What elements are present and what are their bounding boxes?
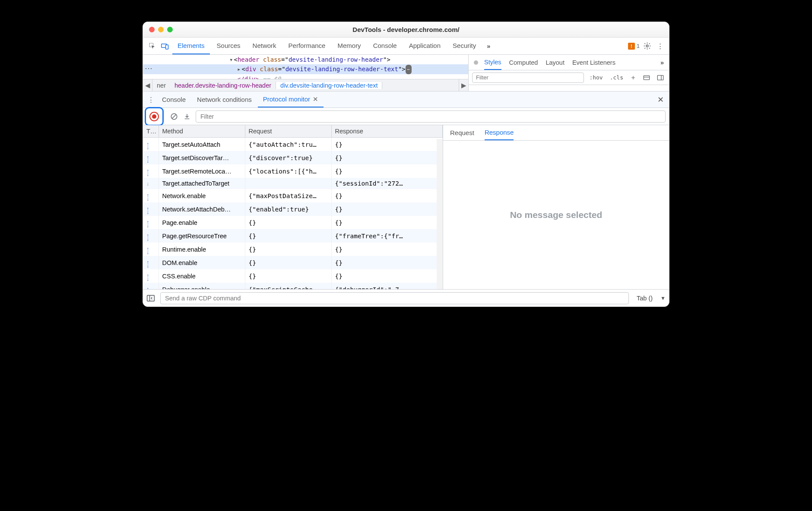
zoom-window-button[interactable] bbox=[167, 27, 173, 32]
row-type: ↑↓ bbox=[143, 269, 159, 283]
tab-application[interactable]: Application bbox=[404, 38, 446, 54]
save-button[interactable] bbox=[183, 112, 191, 121]
toggle-panel-icon[interactable] bbox=[146, 294, 156, 302]
drawer-tab-console[interactable]: Console bbox=[157, 91, 191, 107]
inspect-icon[interactable] bbox=[146, 41, 158, 52]
tab-performance[interactable]: Performance bbox=[283, 38, 331, 54]
svg-rect-5 bbox=[657, 75, 663, 80]
hov-toggle[interactable]: :hov bbox=[587, 73, 604, 82]
drawer-tab-network-conditions[interactable]: Network conditions bbox=[192, 91, 257, 107]
dom-node[interactable]: ▾<header class="devsite-landing-row-head… bbox=[143, 55, 468, 64]
protocol-table[interactable]: T… Method Request Response ↑↓Target.setA… bbox=[143, 125, 443, 289]
devtools-window: DevTools - developer.chrome.com/ Element… bbox=[143, 22, 669, 307]
close-tab-icon[interactable]: ✕ bbox=[313, 95, 318, 103]
scrollbar[interactable] bbox=[437, 139, 443, 289]
row-method: Network.enable bbox=[159, 189, 245, 202]
col-response[interactable]: Response bbox=[331, 125, 443, 138]
collapse-icon[interactable]: ▾ bbox=[229, 56, 233, 63]
record-button[interactable] bbox=[149, 112, 159, 121]
svg-rect-2 bbox=[166, 45, 168, 49]
device-toggle-icon[interactable] bbox=[159, 41, 171, 52]
table-row[interactable]: ↑↓CSS.enable{}{} bbox=[143, 269, 443, 283]
detail-empty-state: No message selected bbox=[443, 141, 669, 289]
tab-memory[interactable]: Memory bbox=[332, 38, 366, 54]
close-window-button[interactable] bbox=[149, 27, 155, 32]
breadcrumb-seg[interactable]: ner bbox=[152, 82, 170, 89]
row-request: {"discover":true} bbox=[245, 151, 331, 164]
new-style-rule-icon[interactable] bbox=[628, 74, 638, 82]
expand-icon[interactable]: ▸ bbox=[237, 66, 241, 73]
detail-tab-request[interactable]: Request bbox=[450, 125, 474, 140]
clear-button[interactable] bbox=[170, 112, 178, 121]
col-request[interactable]: Request bbox=[245, 125, 331, 138]
arrows-updown-icon: ↑↓ bbox=[146, 221, 149, 227]
computed-styles-icon[interactable] bbox=[641, 74, 652, 82]
table-row[interactable]: ↑↓Target.setDiscoverTar…{"discover":true… bbox=[143, 151, 443, 164]
cls-toggle[interactable]: .cls bbox=[608, 73, 625, 82]
table-row[interactable]: ↑↓Network.enable{"maxPostDataSize…{} bbox=[143, 189, 443, 202]
more-tabs-icon[interactable]: » bbox=[483, 41, 494, 52]
target-dropdown-icon[interactable]: ▼ bbox=[660, 295, 666, 301]
breadcrumb-seg-active[interactable]: div.devsite-landing-row-header-text bbox=[276, 82, 382, 89]
dom-node-selected[interactable]: ▸<div class="devsite-landing-row-header-… bbox=[143, 64, 468, 74]
row-response: {} bbox=[331, 256, 443, 269]
table-row[interactable]: ↑↓Network.setAttachDeb…{"enabled":true}{… bbox=[143, 202, 443, 216]
styles-filter-input[interactable] bbox=[472, 73, 584, 83]
tab-styles[interactable]: Styles bbox=[484, 55, 501, 70]
arrows-updown-icon: ↑↓ bbox=[146, 194, 149, 201]
command-bar: Tab () ▼ bbox=[143, 289, 669, 306]
ellipsis-icon[interactable]: ⋯ bbox=[406, 65, 412, 74]
tab-computed[interactable]: Computed bbox=[509, 59, 538, 66]
table-row[interactable]: ↑↓Debugger.enable{"maxScriptsCache…{"deb… bbox=[143, 283, 443, 289]
breadcrumb-seg[interactable]: header.devsite-landing-row-header bbox=[170, 82, 276, 89]
table-row[interactable]: ↑↓DOM.enable{}{} bbox=[143, 256, 443, 269]
row-response: {"frameTree":{"fr… bbox=[331, 229, 443, 243]
close-drawer-icon[interactable]: ✕ bbox=[657, 95, 664, 104]
row-type: ↑↓ bbox=[143, 189, 159, 202]
drawer-kebab-icon[interactable]: ⋮ bbox=[146, 96, 156, 104]
protocol-body: T… Method Request Response ↑↓Target.setA… bbox=[143, 125, 669, 289]
window-title: DevTools - developer.chrome.com/ bbox=[143, 26, 669, 33]
tab-event-listeners[interactable]: Event Listeners bbox=[572, 59, 615, 66]
row-request: {} bbox=[245, 216, 331, 229]
col-type[interactable]: T… bbox=[143, 125, 159, 138]
row-response: {} bbox=[331, 189, 443, 202]
col-method[interactable]: Method bbox=[159, 125, 245, 138]
more-tabs-icon[interactable]: » bbox=[660, 59, 664, 66]
detail-pane: Request Response No message selected bbox=[443, 125, 669, 289]
row-type: ↑↓ bbox=[143, 243, 159, 256]
tab-console[interactable]: Console bbox=[368, 38, 402, 54]
breadcrumb-scroll-right[interactable]: ▶ bbox=[459, 79, 468, 91]
elements-panel: ⋯ ▾<header class="devsite-landing-row-he… bbox=[143, 55, 669, 91]
record-icon bbox=[149, 112, 159, 121]
dom-tree[interactable]: ⋯ ▾<header class="devsite-landing-row-he… bbox=[143, 55, 468, 91]
arrows-updown-icon: ↑↓ bbox=[146, 207, 149, 214]
table-row[interactable]: ↑↓Runtime.enable{}{} bbox=[143, 243, 443, 256]
breadcrumb: ◀ ner header.devsite-landing-row-header … bbox=[143, 79, 468, 91]
table-row[interactable]: ↑↓Page.getResourceTree{}{"frameTree":{"f… bbox=[143, 229, 443, 243]
kebab-menu-icon[interactable]: ⋮ bbox=[654, 41, 666, 52]
minimize-window-button[interactable] bbox=[158, 27, 164, 32]
row-method: Target.attachedToTarget bbox=[159, 178, 245, 189]
toggle-sidebar-icon[interactable] bbox=[655, 74, 666, 82]
table-row[interactable]: ↑↓Target.setAutoAttach{"autoAttach":tru…… bbox=[143, 138, 443, 151]
table-row[interactable]: ↑↓Page.enable{}{} bbox=[143, 216, 443, 229]
target-selector[interactable]: Tab () bbox=[637, 295, 653, 302]
protocol-filter-input[interactable] bbox=[196, 110, 666, 123]
issues-counter[interactable]: ! 1 bbox=[628, 43, 640, 50]
detail-tab-response[interactable]: Response bbox=[485, 125, 514, 140]
tab-network[interactable]: Network bbox=[247, 38, 282, 54]
tab-elements[interactable]: Elements bbox=[172, 38, 210, 54]
settings-icon[interactable] bbox=[641, 41, 653, 52]
row-method: Debugger.enable bbox=[159, 283, 245, 289]
row-request: {"maxPostDataSize… bbox=[245, 189, 331, 202]
tab-sources[interactable]: Sources bbox=[212, 38, 246, 54]
table-row[interactable]: ↑↓Target.setRemoteLoca…{"locations":[{"h… bbox=[143, 164, 443, 178]
tab-security[interactable]: Security bbox=[447, 38, 481, 54]
breadcrumb-scroll-left[interactable]: ◀ bbox=[143, 79, 152, 91]
row-method: DOM.enable bbox=[159, 256, 245, 269]
tab-layout[interactable]: Layout bbox=[546, 59, 565, 66]
drawer-tab-protocol-monitor[interactable]: Protocol monitor ✕ bbox=[258, 91, 324, 107]
cdp-command-input[interactable] bbox=[160, 292, 629, 304]
table-row[interactable]: ↓Target.attachedToTarget{"sessionId":"27… bbox=[143, 178, 443, 189]
